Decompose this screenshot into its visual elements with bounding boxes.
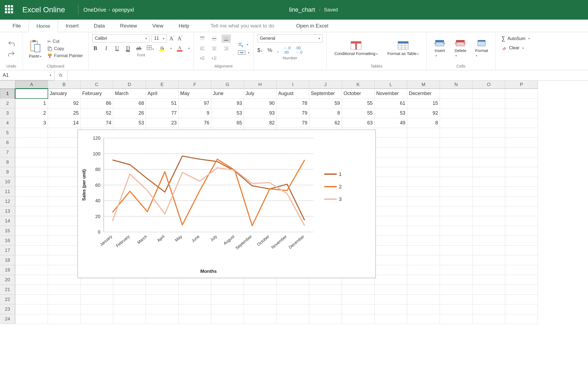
cell[interactable]: 49: [375, 118, 407, 128]
cell[interactable]: [505, 304, 538, 314]
cell[interactable]: [407, 187, 440, 197]
cell[interactable]: [146, 314, 179, 324]
cell[interactable]: [48, 236, 81, 246]
row-header[interactable]: 8: [0, 157, 15, 167]
cell[interactable]: [375, 275, 407, 285]
cell[interactable]: [113, 295, 146, 304]
cell[interactable]: [48, 255, 81, 265]
number-format-select[interactable]: General▾: [257, 34, 323, 42]
cell[interactable]: [440, 206, 473, 216]
cell[interactable]: [15, 197, 48, 206]
borders-button[interactable]: ▾: [147, 45, 154, 51]
cell[interactable]: [473, 148, 505, 157]
cell[interactable]: August: [277, 89, 309, 99]
cell[interactable]: [440, 148, 473, 157]
cell[interactable]: [473, 138, 505, 148]
cell[interactable]: 51: [146, 99, 179, 108]
cell[interactable]: [15, 314, 48, 324]
column-header[interactable]: O: [473, 81, 505, 89]
format-as-table-button[interactable]: Format as Table▾: [384, 41, 422, 56]
font-color-dropdown[interactable]: ▾: [188, 47, 190, 50]
cell[interactable]: [179, 285, 211, 295]
column-header[interactable]: C: [81, 81, 113, 89]
row-header[interactable]: 19: [0, 265, 15, 275]
cell[interactable]: 55: [342, 108, 375, 118]
column-header[interactable]: E: [146, 81, 179, 89]
column-header[interactable]: H: [244, 81, 277, 89]
format-cells-button[interactable]: Format▾: [472, 39, 491, 57]
cell[interactable]: [81, 314, 113, 324]
cell[interactable]: [48, 295, 81, 304]
row-header[interactable]: 6: [0, 138, 15, 148]
cell[interactable]: [375, 138, 407, 148]
cell[interactable]: [113, 304, 146, 314]
cell[interactable]: [440, 226, 473, 236]
wrap-text-button[interactable]: abc▾: [238, 42, 249, 47]
row-header[interactable]: 9: [0, 167, 15, 177]
cell[interactable]: [15, 187, 48, 197]
cell[interactable]: [375, 265, 407, 275]
cell[interactable]: 14: [48, 118, 81, 128]
cell[interactable]: [505, 275, 538, 285]
cell[interactable]: [505, 197, 538, 206]
cell[interactable]: [407, 157, 440, 167]
cell[interactable]: 9: [179, 108, 211, 118]
align-left-button[interactable]: [198, 44, 207, 53]
cell[interactable]: [15, 295, 48, 304]
cell[interactable]: [440, 167, 473, 177]
cell[interactable]: [473, 206, 505, 216]
cell[interactable]: [15, 265, 48, 275]
cell[interactable]: [407, 216, 440, 226]
cell[interactable]: [505, 246, 538, 255]
column-header[interactable]: L: [375, 81, 407, 89]
cell[interactable]: [440, 255, 473, 265]
cell[interactable]: [473, 246, 505, 255]
align-right-button[interactable]: [222, 44, 231, 53]
cell[interactable]: [440, 118, 473, 128]
cell[interactable]: [48, 314, 81, 324]
cell[interactable]: [505, 285, 538, 295]
cut-button[interactable]: ✂Cut: [47, 39, 83, 44]
align-middle-button[interactable]: [210, 35, 219, 43]
cell[interactable]: 78: [277, 99, 309, 108]
cell[interactable]: [81, 285, 113, 295]
cell[interactable]: [440, 187, 473, 197]
align-bottom-button[interactable]: [222, 35, 231, 43]
cell[interactable]: [473, 285, 505, 295]
cell[interactable]: [342, 285, 375, 295]
cell[interactable]: [309, 295, 342, 304]
cell[interactable]: [146, 295, 179, 304]
decrease-decimal-button[interactable]: .00→.0: [295, 46, 302, 54]
column-header[interactable]: D: [113, 81, 146, 89]
cell[interactable]: 62: [309, 118, 342, 128]
row-header[interactable]: 1: [0, 89, 15, 99]
copy-button[interactable]: Copy: [47, 46, 83, 51]
app-launcher-icon[interactable]: [5, 5, 14, 14]
cell[interactable]: [15, 255, 48, 265]
cell[interactable]: [113, 314, 146, 324]
open-in-excel-button[interactable]: Open in Excel: [288, 20, 336, 32]
cell[interactable]: [309, 304, 342, 314]
cell[interactable]: [505, 99, 538, 108]
cell[interactable]: 15: [407, 99, 440, 108]
cell[interactable]: [505, 89, 538, 99]
cell[interactable]: [146, 285, 179, 295]
cell[interactable]: [505, 108, 538, 118]
cell[interactable]: 53: [113, 118, 146, 128]
cell[interactable]: 3: [15, 118, 48, 128]
cell[interactable]: [375, 128, 407, 138]
breadcrumb-leaf[interactable]: openpyxl: [112, 7, 134, 13]
cell[interactable]: 93: [244, 108, 277, 118]
cell[interactable]: [407, 197, 440, 206]
spreadsheet-grid[interactable]: ABCDEFGHIJKLMNOP 12345678910111213141516…: [0, 81, 588, 380]
tab-data[interactable]: Data: [86, 20, 112, 32]
cell[interactable]: [440, 265, 473, 275]
cell[interactable]: [48, 226, 81, 236]
cell[interactable]: [48, 275, 81, 285]
tab-home[interactable]: Home: [29, 20, 58, 32]
row-header[interactable]: 18: [0, 255, 15, 265]
cell[interactable]: [440, 216, 473, 226]
cell[interactable]: 92: [48, 99, 81, 108]
cell[interactable]: [375, 197, 407, 206]
cell[interactable]: [473, 177, 505, 187]
